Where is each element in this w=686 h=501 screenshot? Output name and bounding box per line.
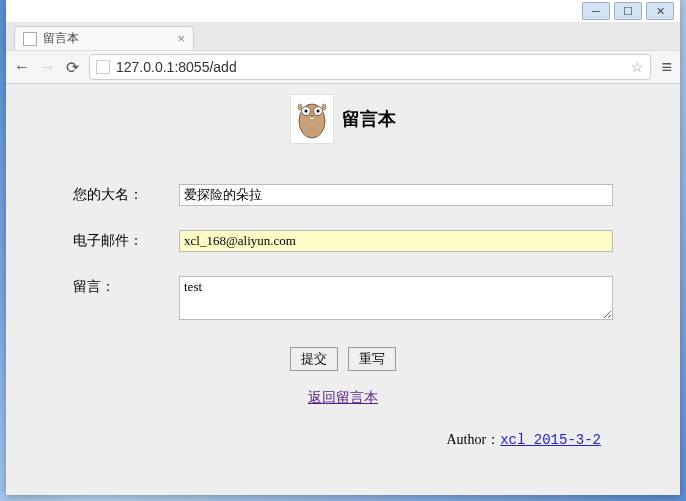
back-button[interactable]: ←: [14, 58, 30, 76]
close-window-button[interactable]: ✕: [646, 2, 674, 20]
name-label: 您的大名：: [73, 184, 179, 204]
tab-title: 留言本: [43, 30, 79, 47]
browser-tab[interactable]: 留言本 ×: [14, 26, 194, 50]
author-prefix: Author：: [447, 432, 501, 447]
minimize-button[interactable]: ─: [582, 2, 610, 20]
window-titlebar: ─ ☐ ✕: [6, 0, 680, 22]
svg-point-4: [317, 110, 320, 113]
name-input[interactable]: [179, 184, 613, 206]
url-text: 127.0.0.1:8055/add: [116, 59, 625, 75]
author-line: Author：xcl 2015-3-2: [73, 431, 613, 449]
gopher-icon: [294, 97, 330, 141]
page-icon: [96, 60, 110, 74]
reload-button[interactable]: ⟳: [66, 58, 79, 77]
back-link[interactable]: 返回留言本: [308, 390, 378, 405]
reset-button[interactable]: 重写: [348, 347, 396, 371]
file-icon: [23, 32, 37, 46]
menu-button[interactable]: ≡: [661, 57, 672, 78]
button-row: 提交 重写: [73, 347, 613, 371]
author-link[interactable]: xcl 2015-3-2: [500, 432, 601, 448]
tab-strip: 留言本 ×: [6, 22, 680, 50]
page-content: 留言本 您的大名： 电子邮件： 留言： 提交 重写 返回留言本: [6, 84, 680, 495]
guestbook-form: 您的大名： 电子邮件： 留言： 提交 重写 返回留言本 Author：xcl 2…: [73, 184, 613, 449]
form-row-email: 电子邮件：: [73, 230, 613, 252]
bookmark-star-icon[interactable]: ☆: [631, 59, 644, 75]
svg-point-7: [298, 104, 302, 110]
gopher-logo: [290, 94, 334, 144]
back-link-row: 返回留言本: [73, 389, 613, 407]
tab-close-icon[interactable]: ×: [177, 31, 185, 46]
form-row-name: 您的大名：: [73, 184, 613, 206]
submit-button[interactable]: 提交: [290, 347, 338, 371]
message-label: 留言：: [73, 276, 179, 296]
message-textarea[interactable]: [179, 276, 613, 320]
page-title: 留言本: [342, 107, 396, 131]
minimize-icon: ─: [592, 6, 600, 17]
address-bar[interactable]: 127.0.0.1:8055/add ☆: [89, 54, 651, 80]
svg-point-3: [305, 110, 308, 113]
form-row-message: 留言：: [73, 276, 613, 323]
page-header: 留言本: [6, 94, 680, 144]
svg-point-8: [322, 104, 326, 110]
maximize-icon: ☐: [623, 6, 633, 17]
svg-point-6: [311, 115, 313, 117]
browser-toolbar: ← → ⟳ 127.0.0.1:8055/add ☆ ≡: [6, 50, 680, 84]
browser-window: ─ ☐ ✕ 留言本 × ← → ⟳ 127.0.0.1:8055/add ☆ ≡: [6, 0, 680, 495]
close-icon: ✕: [656, 6, 665, 17]
maximize-button[interactable]: ☐: [614, 2, 642, 20]
email-label: 电子邮件：: [73, 230, 179, 250]
email-input[interactable]: [179, 230, 613, 252]
forward-button[interactable]: →: [40, 58, 56, 76]
